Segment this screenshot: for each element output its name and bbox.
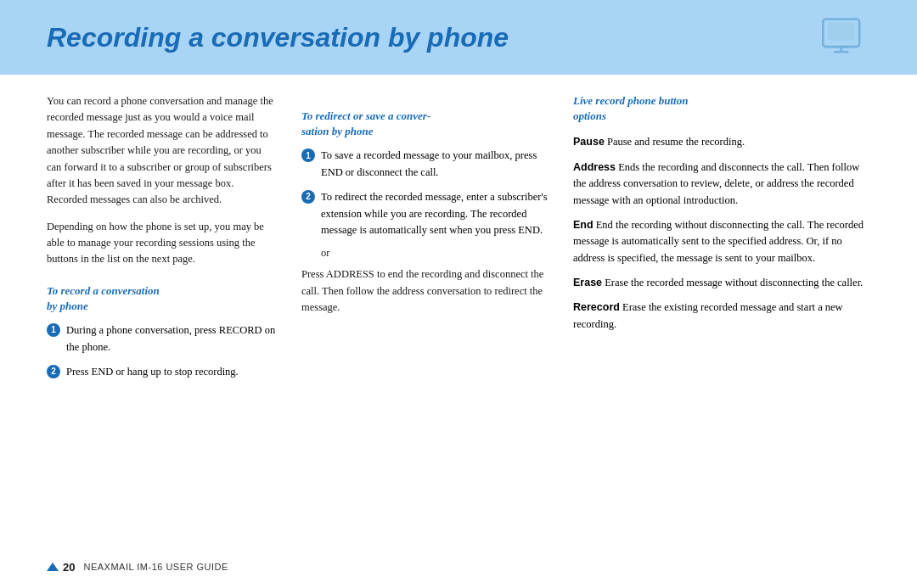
intro-paragraph-1: You can record a phone conversation and … <box>47 93 276 209</box>
right-section-heading: Live record phone button options <box>573 93 870 124</box>
footer-guide-text: NEAXMAIL IM-16 USER GUIDE <box>83 562 228 572</box>
option-rerecord-label: Rerecord <box>573 301 620 313</box>
option-pause-text: Pause and resume the recording. <box>607 136 745 148</box>
left-step-2-text: Press END or hang up to stop recording. <box>66 364 276 380</box>
option-erase-text: Erase the recorded message without disco… <box>605 277 863 288</box>
option-end: End End the recording without disconnect… <box>573 217 870 266</box>
footer-page-number: 20 <box>47 561 75 574</box>
middle-step-1-text: To save a recorded message to your mailb… <box>321 148 548 181</box>
middle-extra-text: Press ADDRESS to end the recording and d… <box>301 266 548 316</box>
option-rerecord: Rerecord Erase the existing recorded mes… <box>573 300 870 333</box>
footer-triangle-icon <box>47 563 59 571</box>
right-column: Live record phone button options Pause P… <box>573 93 870 548</box>
left-column: You can record a phone conversation and … <box>47 93 276 548</box>
page-container: Recording a conversation by phone You ca… <box>0 0 917 588</box>
option-erase-label: Erase <box>573 277 602 288</box>
middle-step-2: 2 To redirect the recorded message, ente… <box>301 189 548 238</box>
middle-step-number-2: 2 <box>301 190 315 204</box>
svg-rect-1 <box>828 23 854 41</box>
footer: 20 NEAXMAIL IM-16 USER GUIDE <box>0 546 917 588</box>
option-address: Address Ends the recording and disconnec… <box>573 160 870 209</box>
intro-paragraph-2: Depending on how the phone is set up, yo… <box>47 219 276 268</box>
left-steps-list: 1 During a phone conversation, press REC… <box>47 322 276 380</box>
middle-step-2-text: To redirect the recorded message, enter … <box>321 189 548 238</box>
phone-icon <box>819 15 870 59</box>
content-area: You can record a phone conversation and … <box>0 75 917 548</box>
left-section-heading: To record a conversation by phone <box>47 283 276 314</box>
middle-column: To redirect or save a conver- sation by … <box>301 93 548 548</box>
middle-section-heading: To redirect or save a conver- sation by … <box>301 109 548 139</box>
or-label: or <box>321 247 548 260</box>
option-end-label: End <box>573 219 594 231</box>
option-erase: Erase Erase the recorded message without… <box>573 275 870 291</box>
middle-step-1: 1 To save a recorded message to your mai… <box>301 148 548 181</box>
left-step-2: 2 Press END or hang up to stop recording… <box>47 364 276 380</box>
left-step-1: 1 During a phone conversation, press REC… <box>47 322 276 356</box>
option-end-text: End the recording without disconnecting … <box>573 219 864 264</box>
step-number-2: 2 <box>47 365 60 378</box>
option-pause: Pause Pause and resume the recording. <box>573 134 870 150</box>
option-address-label: Address <box>573 161 616 173</box>
page-number: 20 <box>63 561 75 574</box>
middle-steps-list: 1 To save a recorded message to your mai… <box>301 148 548 238</box>
step-number-1: 1 <box>47 323 60 337</box>
page-title: Recording a conversation by phone <box>47 22 509 53</box>
option-pause-label: Pause <box>573 136 605 148</box>
header-bar: Recording a conversation by phone <box>0 0 917 75</box>
left-step-1-text: During a phone conversation, press RECOR… <box>66 322 276 356</box>
middle-step-number-1: 1 <box>301 148 315 162</box>
option-address-text: Ends the recording and disconnects the c… <box>573 161 859 206</box>
